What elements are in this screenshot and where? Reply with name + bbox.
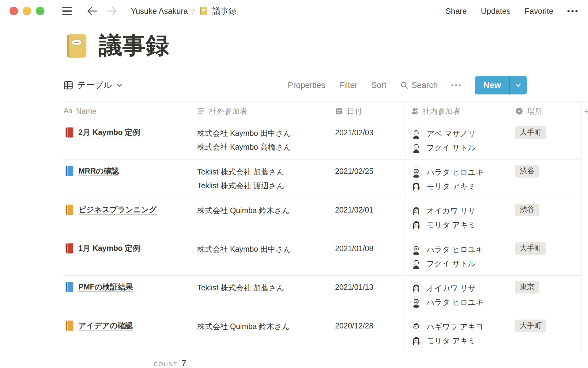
cell-name[interactable]: アイデアの確認 xyxy=(63,314,192,353)
cell-internal-participants[interactable]: ハギワラ アキヨ モリタ アキミ xyxy=(405,314,510,353)
sidebar-menu-icon[interactable] xyxy=(62,7,72,15)
avatar xyxy=(410,219,422,231)
title-property-icon: Aa xyxy=(64,107,72,115)
cell-date[interactable]: 2021/02/01 xyxy=(330,198,405,237)
sort-button[interactable]: Sort xyxy=(371,81,386,90)
plus-icon: + xyxy=(584,107,588,115)
page-title[interactable]: 議事録 xyxy=(99,30,169,62)
breadcrumb-page[interactable]: 議事録 xyxy=(213,6,236,17)
avatar xyxy=(410,258,422,269)
cell-internal-participants[interactable]: オイカワ リサ ハラタ ヒロユキ xyxy=(405,276,510,314)
favorite-button[interactable]: Favorite xyxy=(525,6,553,16)
page-notebook-icon[interactable] xyxy=(63,33,90,59)
cell-name[interactable]: 2月 Kaymbo 定例 xyxy=(63,121,192,160)
new-dropdown-button[interactable] xyxy=(510,76,527,94)
cell-internal-participants[interactable]: オイカワ リサ モリタ アキミ xyxy=(405,198,510,237)
cell-empty xyxy=(581,314,588,353)
more-options-icon[interactable] xyxy=(567,10,578,12)
cell-external-participants[interactable]: Teklist 株式会社 加藤さん xyxy=(192,276,330,314)
location-tag: 大手町 xyxy=(515,126,546,139)
view-selector[interactable]: テーブル xyxy=(63,79,123,91)
search-icon xyxy=(400,81,408,89)
person: ハギワラ アキヨ xyxy=(410,320,505,334)
new-button[interactable]: New xyxy=(475,76,509,94)
external-participant: 株式会社 Kaymbo 田中さん xyxy=(197,242,325,256)
cell-location[interactable]: 大手町 xyxy=(510,237,581,276)
back-button[interactable] xyxy=(87,6,98,16)
person-name: ハラタ ヒロユキ xyxy=(427,244,484,255)
column-header-date[interactable]: 日付 xyxy=(330,102,405,121)
external-participant: 株式会社 Quimba 鈴木さん xyxy=(197,320,325,333)
person: ハラタ ヒロユキ xyxy=(410,242,505,256)
forward-button[interactable] xyxy=(106,6,117,16)
properties-button[interactable]: Properties xyxy=(288,81,325,90)
person-name: オイカワ リサ xyxy=(427,206,476,216)
page-link[interactable]: 1月 Kaymbo 定例 xyxy=(78,242,140,254)
page-link[interactable]: MRRの確認 xyxy=(78,165,119,177)
page-link[interactable]: 2月 Kaymbo 定例 xyxy=(78,126,140,138)
page-link[interactable]: ビジネスプランニング xyxy=(78,204,157,215)
column-label: 社外参加者 xyxy=(209,106,247,116)
cell-location[interactable]: 渋谷 xyxy=(510,160,581,198)
topbar-actions: Share Updates Favorite xyxy=(446,6,578,16)
cell-date[interactable]: 2021/01/13 xyxy=(330,276,405,314)
breadcrumb-user[interactable]: Yusuke Asakura xyxy=(131,6,188,16)
filter-button[interactable]: Filter xyxy=(339,81,357,90)
cell-date[interactable]: 2021/02/25 xyxy=(330,160,405,198)
cell-date[interactable]: 2020/12/28 xyxy=(330,314,405,353)
cell-location[interactable]: 渋谷 xyxy=(510,198,581,237)
person-name: モリタ アキミ xyxy=(427,220,476,230)
person: オイカワ リサ xyxy=(410,281,505,295)
updates-button[interactable]: Updates xyxy=(481,6,511,16)
cell-date[interactable]: 2021/01/08 xyxy=(330,237,405,276)
page-link[interactable]: アイデアの確認 xyxy=(78,320,133,331)
cell-internal-participants[interactable]: ハラタ ヒロユキ モリタ アキミ xyxy=(405,160,510,198)
person: アベ マサノリ xyxy=(410,126,505,140)
column-label: Name xyxy=(76,107,96,116)
toolbar-actions: Properties Filter Sort Search New xyxy=(288,76,527,94)
view-more-options-icon[interactable] xyxy=(451,84,461,86)
date-value: 2021/02/03 xyxy=(335,126,400,139)
cell-location[interactable]: 大手町 xyxy=(510,121,581,160)
chevron-down-icon xyxy=(515,82,522,89)
table-header-row: Aa Name 社外参加者 日付 xyxy=(63,101,588,121)
cell-internal-participants[interactable]: アベ マサノリ フクイ サトル xyxy=(405,121,510,160)
external-participant: Teklist 株式会社 加藤さん xyxy=(197,281,325,295)
add-column-button[interactable]: + xyxy=(581,102,588,121)
cell-location[interactable]: 東京 xyxy=(510,276,581,314)
cell-name[interactable]: 1月 Kaymbo 定例 xyxy=(63,237,192,276)
cell-external-participants[interactable]: 株式会社 Quimba 鈴木さん xyxy=(192,314,330,353)
column-header-external[interactable]: 社外参加者 xyxy=(192,102,330,121)
column-header-name[interactable]: Aa Name xyxy=(63,102,192,121)
calendar-icon xyxy=(335,107,343,115)
location-tag: 東京 xyxy=(515,281,539,293)
cell-name[interactable]: MRRの確認 xyxy=(63,160,192,198)
cell-name[interactable]: PMFの検証結果 xyxy=(63,276,192,314)
search-button[interactable]: Search xyxy=(400,81,438,90)
cell-internal-participants[interactable]: ハラタ ヒロユキ フクイ サトル xyxy=(405,237,510,276)
person-name: モリタ アキミ xyxy=(427,181,476,191)
cell-date[interactable]: 2021/02/03 xyxy=(330,121,405,160)
cell-location[interactable]: 大手町 xyxy=(510,314,581,353)
external-participant: Teklist 株式会社 加藤さん xyxy=(197,165,325,179)
person-name: オイカワ リサ xyxy=(427,283,476,293)
cell-external-participants[interactable]: 株式会社 Kaymbo 田中さん 株式会社 Kaymbo 高橋さん xyxy=(192,121,330,160)
chevron-down-icon xyxy=(116,82,123,89)
person-name: フクイ サトル xyxy=(427,143,476,153)
minimize-window-button[interactable] xyxy=(23,7,31,15)
cell-name[interactable]: ビジネスプランニング xyxy=(63,198,192,237)
zoom-window-button[interactable] xyxy=(36,7,44,15)
external-participant: 株式会社 Kaymbo 高橋さん xyxy=(197,140,325,154)
close-window-button[interactable] xyxy=(9,7,18,15)
cell-external-participants[interactable]: 株式会社 Quimba 鈴木さん xyxy=(192,198,330,237)
count-value: 7 xyxy=(181,358,187,368)
column-header-internal[interactable]: 社内参加者 xyxy=(405,102,510,121)
cell-empty xyxy=(581,121,588,160)
cell-external-participants[interactable]: Teklist 株式会社 加藤さん Teklist 株式会社 渡辺さん xyxy=(192,160,330,198)
page-link[interactable]: PMFの検証結果 xyxy=(78,281,133,293)
cell-external-participants[interactable]: 株式会社 Kaymbo 田中さん xyxy=(192,237,330,276)
column-header-location[interactable]: 場所 xyxy=(510,102,581,121)
share-button[interactable]: Share xyxy=(446,6,467,16)
location-tag: 大手町 xyxy=(515,242,546,255)
cell-empty xyxy=(581,276,588,314)
